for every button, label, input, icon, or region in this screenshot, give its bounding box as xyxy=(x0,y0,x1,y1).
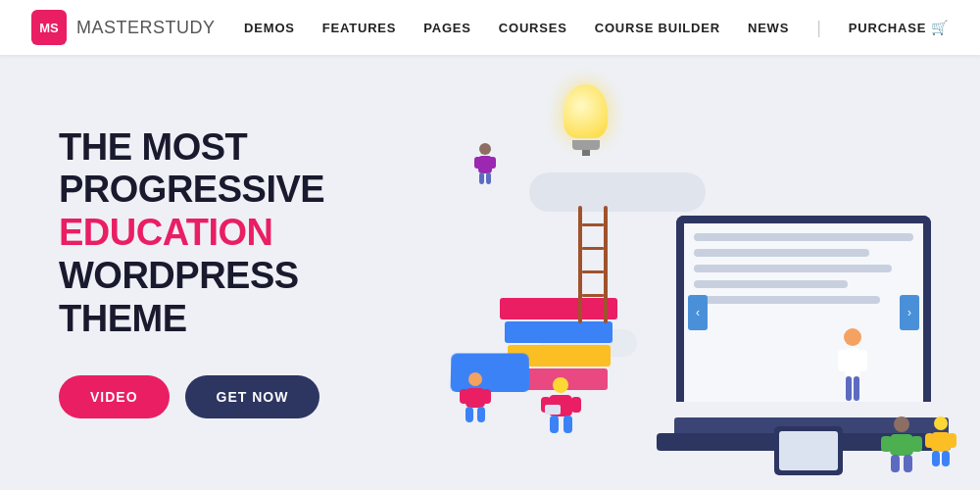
bulb-stem xyxy=(582,150,590,156)
screen-line-3 xyxy=(694,265,892,272)
svg-point-0 xyxy=(479,143,491,155)
svg-rect-5 xyxy=(486,172,491,184)
figure-with-tablet xyxy=(877,416,926,475)
cloud-1 xyxy=(529,172,706,212)
tablet-device xyxy=(774,426,843,475)
svg-point-31 xyxy=(894,416,909,432)
bulb-glass xyxy=(564,84,608,138)
bulb-base xyxy=(572,140,600,150)
ladder xyxy=(578,206,608,323)
svg-point-12 xyxy=(553,377,568,393)
screen-line-1 xyxy=(694,233,913,241)
svg-rect-33 xyxy=(881,436,892,452)
svg-rect-36 xyxy=(904,455,912,472)
screen-line-2 xyxy=(694,249,869,257)
laptop-screen: ‹ › xyxy=(676,216,931,402)
figure-left xyxy=(456,372,495,426)
hero-section: THE MOST PROGRESSIVE EDUCATION WORDPRESS… xyxy=(0,55,980,490)
svg-rect-20 xyxy=(845,348,860,377)
svg-rect-17 xyxy=(564,416,572,433)
hero-left: THE MOST PROGRESSIVE EDUCATION WORDPRESS… xyxy=(0,126,412,418)
screen-chevron-right-icon: › xyxy=(900,295,919,330)
figure-bottom-right xyxy=(921,416,960,470)
rung-3 xyxy=(582,270,604,273)
ladder-right-side xyxy=(604,206,608,323)
svg-rect-15 xyxy=(571,397,581,413)
hero-buttons: VIDEO GET NOW xyxy=(59,375,412,418)
svg-rect-11 xyxy=(477,407,485,422)
svg-rect-32 xyxy=(890,434,913,456)
svg-rect-24 xyxy=(854,376,859,401)
svg-rect-3 xyxy=(489,157,496,169)
rung-2 xyxy=(582,247,604,250)
lightbulb xyxy=(564,84,608,156)
hero-title: THE MOST PROGRESSIVE EDUCATION WORDPRESS… xyxy=(59,126,412,340)
rung-4 xyxy=(582,294,604,297)
logo[interactable]: MS MASTERSTUDY xyxy=(31,10,216,45)
screen-line-4 xyxy=(694,280,848,288)
nav-separator: | xyxy=(816,18,821,38)
svg-rect-16 xyxy=(550,416,559,433)
svg-rect-18 xyxy=(545,405,561,415)
svg-rect-9 xyxy=(482,389,491,404)
tablet-screen xyxy=(779,431,838,470)
figure-standing xyxy=(838,328,867,416)
nav-item-demos[interactable]: DEMOS xyxy=(244,21,295,35)
nav-item-news[interactable]: NEWS xyxy=(748,21,789,35)
header: MS MASTERSTUDY DEMOS FEATURES PAGES COUR… xyxy=(0,0,980,55)
svg-rect-21 xyxy=(838,350,847,371)
svg-rect-23 xyxy=(846,376,852,401)
svg-rect-27 xyxy=(925,433,934,448)
svg-rect-2 xyxy=(474,157,481,169)
rung-1 xyxy=(582,223,604,226)
nav-item-features[interactable]: FEATURES xyxy=(322,21,397,35)
svg-rect-34 xyxy=(911,436,922,452)
figure-on-books xyxy=(470,143,500,187)
svg-point-25 xyxy=(934,416,948,430)
svg-rect-4 xyxy=(479,172,484,184)
book-2 xyxy=(505,321,612,343)
svg-rect-10 xyxy=(466,407,473,422)
main-nav: DEMOS FEATURES PAGES COURSES COURSE BUIL… xyxy=(244,18,949,38)
nav-item-pages[interactable]: PAGES xyxy=(423,21,471,35)
logo-badge: MS xyxy=(31,10,67,45)
screen-line-5 xyxy=(694,296,880,304)
screen-chevron-left-icon: ‹ xyxy=(688,295,708,330)
figure-center xyxy=(539,377,583,436)
hero-illustration: ‹ › xyxy=(412,55,980,490)
svg-rect-30 xyxy=(942,451,950,466)
svg-rect-35 xyxy=(891,455,900,472)
screen-content xyxy=(684,223,923,402)
svg-point-6 xyxy=(468,372,482,386)
nav-item-course-builder[interactable]: COURSE BUILDER xyxy=(595,21,720,35)
getnow-button[interactable]: GET NOW xyxy=(185,375,320,418)
nav-item-purchase[interactable]: PURCHASE 🛒 xyxy=(849,20,949,35)
cart-icon: 🛒 xyxy=(931,20,949,35)
svg-rect-8 xyxy=(460,389,468,404)
logo-text: MASTERSTUDY xyxy=(76,18,216,38)
nav-item-courses[interactable]: COURSES xyxy=(499,21,567,35)
svg-point-19 xyxy=(844,328,861,346)
svg-rect-29 xyxy=(932,451,940,466)
video-button[interactable]: VIDEO xyxy=(59,375,170,418)
svg-rect-28 xyxy=(948,433,956,448)
svg-rect-22 xyxy=(858,350,867,371)
